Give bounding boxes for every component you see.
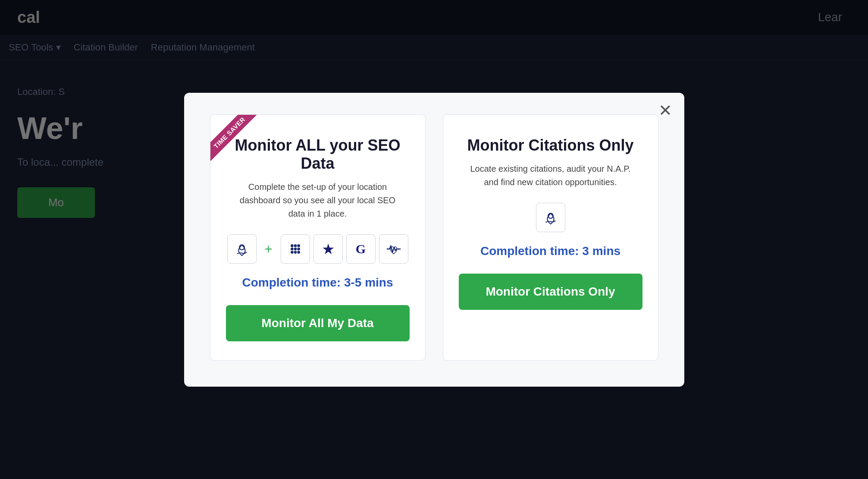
svg-point-9 xyxy=(297,251,300,254)
card-all-completion: Completion time: 3-5 mins xyxy=(242,276,393,290)
card-all-desc: Complete the set-up of your location das… xyxy=(236,180,400,221)
svg-point-3 xyxy=(297,244,300,247)
vitals-icon xyxy=(385,241,402,257)
monitor-all-button[interactable]: Monitor All My Data xyxy=(226,305,410,341)
vitals-icon-box xyxy=(379,234,408,264)
svg-point-8 xyxy=(294,251,297,254)
star-icon: ★ xyxy=(322,240,335,258)
card-citations-completion: Completion time: 3 mins xyxy=(480,244,620,258)
citation-icon-box xyxy=(227,234,257,264)
svg-point-4 xyxy=(291,247,294,250)
grid-icon xyxy=(287,241,304,257)
svg-point-6 xyxy=(297,247,300,250)
icon-row-all: + xyxy=(227,234,408,264)
citation-icon xyxy=(234,241,250,257)
plus-icon: + xyxy=(264,242,273,256)
modal-dialog: ✕ TIME SAVER Monitor ALL your SEO Data C… xyxy=(184,93,684,387)
monitor-citations-button[interactable]: Monitor Citations Only xyxy=(459,274,642,310)
citation-only-icon-box xyxy=(536,203,565,232)
svg-point-5 xyxy=(294,247,297,250)
card-citations-only: Monitor Citations Only Locate existing c… xyxy=(443,114,658,361)
citation-only-icon xyxy=(542,209,559,226)
icon-row-citations xyxy=(536,203,565,232)
svg-point-2 xyxy=(294,244,297,247)
google-icon-box: G xyxy=(346,234,376,264)
star-icon-box: ★ xyxy=(313,234,343,264)
card-monitor-all: TIME SAVER Monitor ALL your SEO Data Com… xyxy=(210,114,426,361)
modal-overlay: ✕ TIME SAVER Monitor ALL your SEO Data C… xyxy=(0,0,868,479)
card-citations-title: Monitor Citations Only xyxy=(467,136,634,154)
svg-point-1 xyxy=(291,244,294,247)
card-citations-desc: Locate existing citations, audit your N.… xyxy=(469,162,633,189)
grid-icon-box xyxy=(281,234,310,264)
close-button[interactable]: ✕ xyxy=(658,102,672,119)
plus-icon-box: + xyxy=(260,234,277,264)
svg-point-7 xyxy=(291,251,294,254)
card-all-title: Monitor ALL your SEO Data xyxy=(226,136,410,173)
google-icon: G xyxy=(356,242,366,256)
